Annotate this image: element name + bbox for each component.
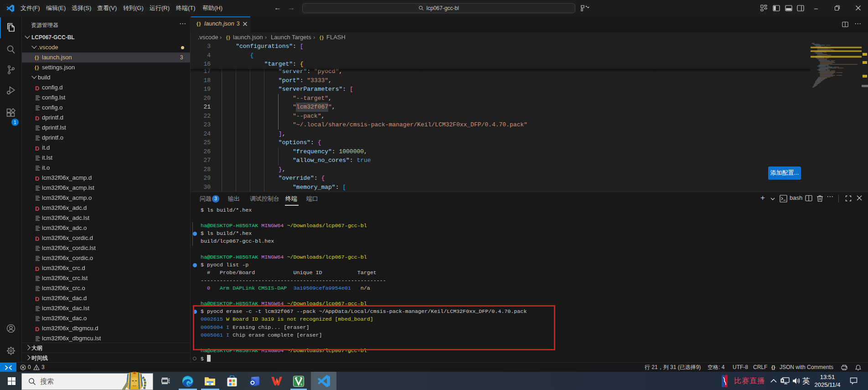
svg-text:s: s	[300, 382, 302, 386]
